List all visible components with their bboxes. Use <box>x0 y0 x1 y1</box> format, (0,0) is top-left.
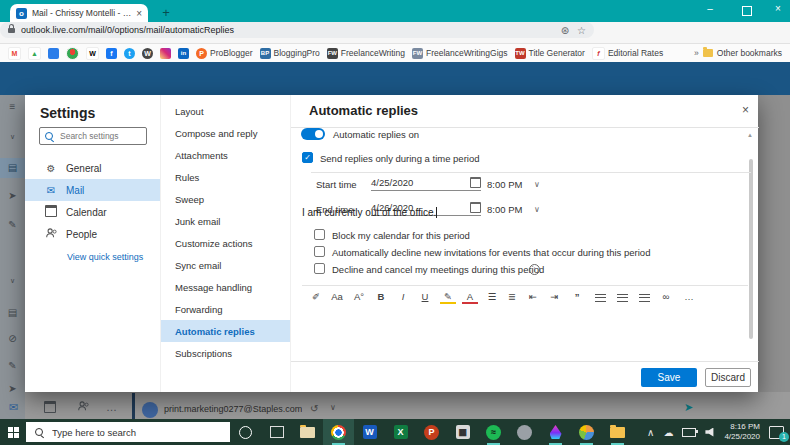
start-date-field[interactable]: 4/25/2020 <box>371 177 481 191</box>
settings-search-box[interactable] <box>39 127 147 145</box>
scrollbar-up-arrow[interactable]: ▲ <box>747 132 753 138</box>
calendar-nav-icon[interactable] <box>44 401 56 415</box>
tray-chevron-icon[interactable]: ∧ <box>647 427 654 438</box>
settings-search-input[interactable] <box>58 130 141 142</box>
close-icon[interactable]: × <box>742 103 749 117</box>
indent-icon[interactable]: ⇥ <box>546 291 562 302</box>
numbered-list-icon[interactable]: ≣ <box>504 291 520 302</box>
bookmarks-overflow-chevron[interactable]: » <box>694 48 699 58</box>
mail-nav-icon[interactable]: ✉ <box>9 401 18 414</box>
drafts-icon[interactable]: ✎ <box>0 219 25 230</box>
section-forwarding[interactable]: Forwarding <box>161 298 291 320</box>
bookmark-problogger[interactable]: P ProBlogger <box>196 48 253 59</box>
tab-close-icon[interactable]: × <box>136 8 142 19</box>
powerpoint-taskbar-icon[interactable]: P <box>416 419 447 445</box>
sticky-notes-icon[interactable] <box>292 419 323 445</box>
sent-items-icon[interactable]: ➤ <box>0 190 25 201</box>
info-icon[interactable]: i <box>529 264 540 275</box>
align-right-icon[interactable] <box>639 294 650 302</box>
underline-icon[interactable]: U <box>417 291 433 302</box>
section-automatic-replies[interactable]: Automatic replies <box>161 320 291 342</box>
section-customize-actions[interactable]: Customize actions <box>161 232 291 254</box>
section-subscriptions[interactable]: Subscriptions <box>161 342 291 364</box>
reply-icon[interactable]: ↺ <box>310 403 318 414</box>
chrome-taskbar-icon[interactable] <box>323 419 354 445</box>
paint3d-taskbar-icon[interactable] <box>540 419 571 445</box>
section-message-handling[interactable]: Message handling <box>161 276 291 298</box>
end-time-chevron-icon[interactable]: ∨ <box>534 205 540 214</box>
bold-icon[interactable]: B <box>373 291 389 302</box>
bookmark-star-icon[interactable]: ☆ <box>577 25 586 36</box>
gmail-bookmark-icon[interactable]: M <box>8 47 21 60</box>
task-view-icon[interactable] <box>261 419 292 445</box>
other-bookmarks[interactable]: » Other bookmarks <box>694 48 782 58</box>
align-left-icon[interactable] <box>595 294 606 302</box>
send-to-device-icon[interactable]: ⊛ <box>561 25 569 36</box>
taskbar-search-box[interactable] <box>26 422 230 442</box>
section-sync-email[interactable]: Sync email <box>161 254 291 276</box>
view-quick-settings-link[interactable]: View quick settings <box>67 252 143 262</box>
block-calendar-checkbox[interactable] <box>314 229 325 240</box>
font-name-icon[interactable]: Aa <box>329 291 345 302</box>
outdent-icon[interactable]: ⇤ <box>525 291 541 302</box>
time-period-checkbox[interactable]: ✓ <box>302 152 313 163</box>
reply-options-chevron-icon[interactable]: ∨ <box>330 403 336 412</box>
section-rules[interactable]: Rules <box>161 166 291 188</box>
cortana-icon[interactable] <box>230 419 261 445</box>
automatic-replies-toggle[interactable] <box>301 128 325 140</box>
file-explorer-taskbar-icon[interactable] <box>602 419 633 445</box>
bookmark-bloggingpro[interactable]: BP BloggingPro <box>260 48 320 59</box>
wikipedia-bookmark-icon[interactable]: W <box>86 47 99 60</box>
more-nav-icon[interactable]: … <box>106 401 117 413</box>
highlight-icon[interactable]: ✎ <box>440 291 456 304</box>
paint-taskbar-icon[interactable] <box>571 419 602 445</box>
section-attachments[interactable]: Attachments <box>161 144 291 166</box>
discard-button[interactable]: Discard <box>705 368 751 387</box>
facebook-bookmark-icon[interactable]: f <box>106 48 117 59</box>
category-calendar[interactable]: Calendar <box>25 201 160 223</box>
bookmark-freelancewritinggigs[interactable]: FW FreelanceWritingGigs <box>412 48 508 59</box>
new-tab-button[interactable]: + <box>156 4 176 20</box>
message-list-scrollbar[interactable] <box>132 393 135 419</box>
save-button[interactable]: Save <box>641 368 697 387</box>
window-close-button[interactable]: × <box>768 3 788 14</box>
taskbar-search-input[interactable] <box>50 426 221 439</box>
folders-chevron-icon[interactable]: ∨ <box>0 277 25 285</box>
bookmark-title-generator[interactable]: TW Title Generator <box>515 48 585 59</box>
spotify-taskbar-icon[interactable]: ≈ <box>478 419 509 445</box>
google-maps-bookmark-icon[interactable] <box>66 47 79 60</box>
panel-scrollbar[interactable] <box>749 159 753 339</box>
google-drive-bookmark-icon[interactable]: ▲ <box>28 47 41 60</box>
address-bar[interactable]: outlook.live.com/mail/0/options/mail/aut… <box>0 22 594 38</box>
junk-email-icon[interactable]: ⊘ <box>0 333 25 344</box>
bookmark-editorial-rates[interactable]: f Editorial Rates <box>592 47 663 60</box>
people-nav-icon[interactable] <box>78 401 89 413</box>
align-center-icon[interactable] <box>617 294 628 302</box>
decline-invitations-checkbox[interactable] <box>314 246 325 257</box>
italic-icon[interactable]: I <box>395 291 411 302</box>
favorites-chevron-icon[interactable]: ∨ <box>0 133 25 141</box>
app-icon[interactable] <box>509 419 540 445</box>
format-painter-icon[interactable]: ✐ <box>308 291 324 302</box>
bullet-list-icon[interactable]: ☰ <box>484 291 500 302</box>
word-taskbar-icon[interactable]: W <box>354 419 385 445</box>
speaker-icon[interactable] <box>705 428 715 437</box>
battery-icon[interactable] <box>682 428 696 437</box>
linkedin-bookmark-icon[interactable]: in <box>178 48 189 59</box>
window-minimize-button[interactable]: – <box>700 3 720 14</box>
inbox-folder-icon[interactable]: ▤ <box>0 307 25 318</box>
taskbar-clock[interactable]: 8:16 PM 4/25/2020 <box>724 422 760 442</box>
more-formatting-icon[interactable]: … <box>681 291 697 302</box>
reply-message-editor[interactable]: I am currently out of the office. <box>302 207 437 218</box>
browser-tab[interactable]: o Mail - Chrissy Montelli - Outlook × <box>10 4 148 22</box>
google-docs-bookmark-icon[interactable] <box>48 48 59 59</box>
inbox-icon[interactable]: ▤ <box>0 162 25 173</box>
font-color-icon[interactable]: A <box>462 291 478 304</box>
action-center-icon[interactable]: 1 <box>769 426 784 439</box>
category-general[interactable]: ⚙ General <box>25 157 160 179</box>
quote-icon[interactable]: ” <box>569 291 585 302</box>
hamburger-icon[interactable]: ≡ <box>0 101 25 112</box>
end-time-value[interactable]: 8:00 PM <box>487 204 522 215</box>
window-maximize-button[interactable] <box>742 6 752 16</box>
section-sweep[interactable]: Sweep <box>161 188 291 210</box>
